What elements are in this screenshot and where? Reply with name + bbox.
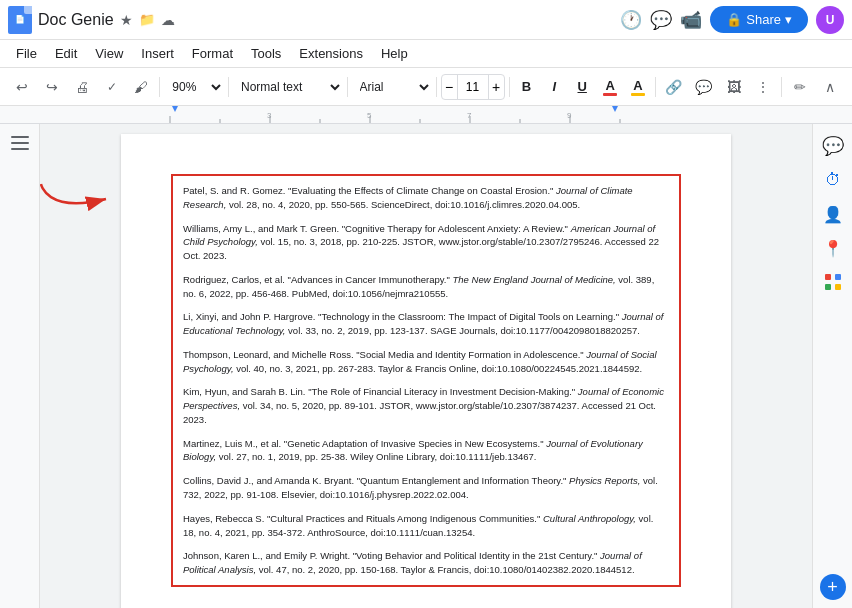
underline-button[interactable]: U (569, 74, 595, 100)
left-sidebar (0, 124, 40, 608)
menu-insert[interactable]: Insert (133, 44, 182, 63)
highlight-button[interactable]: A (625, 74, 651, 100)
menu-help[interactable]: Help (373, 44, 416, 63)
svg-rect-17 (11, 136, 29, 138)
citation-5-text: Thompson, Leonard, and Michelle Ross. "S… (183, 349, 657, 374)
main-area: Patel, S. and R. Gomez. "Evaluating the … (0, 124, 852, 608)
svg-rect-22 (835, 274, 841, 280)
undo-button[interactable]: ↩ (8, 73, 36, 101)
copy-format-button[interactable]: 🖌 (127, 73, 155, 101)
menu-view[interactable]: View (87, 44, 131, 63)
svg-text:9: 9 (567, 111, 572, 120)
redo-button[interactable]: ↪ (38, 73, 66, 101)
separator-7 (781, 77, 782, 97)
ruler: 3 5 7 9 (0, 106, 852, 124)
citation-3: Rodriguez, Carlos, et al. "Advances in C… (183, 273, 669, 301)
svg-rect-18 (11, 142, 29, 144)
citation-6-text: Kim, Hyun, and Sarah B. Lin. "The Role o… (183, 386, 664, 425)
separator-1 (159, 77, 160, 97)
lock-icon: 🔒 (726, 12, 742, 27)
zoom-select[interactable]: 90% 100% 75% (164, 73, 224, 101)
meet-icon[interactable]: 📹 (680, 9, 702, 31)
citation-7: Martinez, Luis M., et al. "Genetic Adapt… (183, 437, 669, 465)
citation-4: Li, Xinyi, and John P. Hargrove. "Techno… (183, 310, 669, 338)
citation-5: Thompson, Leonard, and Michelle Ross. "S… (183, 348, 669, 376)
comment-button[interactable]: 💬 (690, 73, 718, 101)
sidebar-history-icon[interactable]: ⏱ (819, 166, 847, 194)
citation-1: Patel, S. and R. Gomez. "Evaluating the … (183, 184, 669, 212)
star-icon[interactable]: ★ (120, 12, 133, 28)
citation-6: Kim, Hyun, and Sarah B. Lin. "The Role o… (183, 385, 669, 426)
separator-2 (228, 77, 229, 97)
more-button[interactable]: ⋮ (749, 73, 777, 101)
citation-2-text: Williams, Amy L., and Mark T. Green. "Co… (183, 223, 659, 262)
sidebar-chat-icon[interactable]: 💬 (819, 132, 847, 160)
citation-8-text: Collins, David J., and Amanda K. Bryant.… (183, 475, 658, 500)
font-size-decrease[interactable]: − (442, 74, 458, 100)
sidebar-add-button[interactable]: + (820, 574, 846, 600)
separator-4 (436, 77, 437, 97)
comment-icon[interactable]: 💬 (650, 9, 672, 31)
font-size-increase[interactable]: + (488, 74, 504, 100)
sidebar-account-icon[interactable]: 👤 (819, 200, 847, 228)
font-select[interactable]: Arial Times New Roman Verdana (352, 73, 432, 101)
menu-extensions[interactable]: Extensions (291, 44, 371, 63)
style-select[interactable]: Normal text Heading 1 Heading 2 (233, 73, 342, 101)
document-title[interactable]: Doc Genie (38, 11, 114, 29)
cloud-icon[interactable]: ☁ (161, 12, 175, 28)
pen-button[interactable]: ✏ (786, 73, 814, 101)
italic-button[interactable]: I (541, 74, 567, 100)
history-icon[interactable]: 🕐 (620, 9, 642, 31)
collapse-button[interactable]: ∧ (816, 73, 844, 101)
link-button[interactable]: 🔗 (660, 73, 688, 101)
left-sidebar-toggle[interactable] (7, 130, 33, 156)
menu-edit[interactable]: Edit (47, 44, 85, 63)
folder-icon[interactable]: 📁 (139, 12, 155, 27)
citation-box: Patel, S. and R. Gomez. "Evaluating the … (171, 174, 681, 587)
citation-10-text: Johnson, Karen L., and Emily P. Wright. … (183, 550, 642, 575)
sidebar-apps-icon[interactable] (819, 268, 847, 296)
svg-rect-19 (11, 148, 29, 150)
image-button[interactable]: 🖼 (720, 73, 748, 101)
menu-tools[interactable]: Tools (243, 44, 289, 63)
separator-3 (347, 77, 348, 97)
svg-text:7: 7 (467, 111, 472, 120)
citation-9-text: Hayes, Rebecca S. "Cultural Practices an… (183, 513, 653, 538)
title-bar: 📄 Doc Genie ★ 📁 ☁ 🕐 💬 📹 🔒 Share ▾ U (0, 0, 852, 40)
avatar[interactable]: U (816, 6, 844, 34)
toolbar: ↩ ↪ 🖨 ✓ 🖌 90% 100% 75% Normal text Headi… (0, 68, 852, 106)
share-label: Share (746, 12, 781, 27)
menu-bar: File Edit View Insert Format Tools Exten… (0, 40, 852, 68)
font-size-input[interactable] (458, 80, 488, 94)
citation-9: Hayes, Rebecca S. "Cultural Practices an… (183, 512, 669, 540)
title-bar-left: 📄 Doc Genie ★ 📁 ☁ (8, 6, 620, 34)
svg-rect-23 (825, 284, 831, 290)
document-area: Patel, S. and R. Gomez. "Evaluating the … (40, 124, 812, 608)
ruler-svg: 3 5 7 9 (0, 106, 852, 124)
share-dropdown-icon: ▾ (785, 12, 792, 27)
font-size-box: − + (441, 74, 505, 100)
title-bar-right: 🕐 💬 📹 🔒 Share ▾ U (620, 6, 844, 34)
svg-text:5: 5 (367, 111, 372, 120)
separator-6 (655, 77, 656, 97)
print-button[interactable]: 🖨 (68, 73, 96, 101)
title-icons: ★ 📁 ☁ (120, 12, 175, 28)
citation-7-text: Martinez, Luis M., et al. "Genetic Adapt… (183, 438, 643, 463)
menu-format[interactable]: Format (184, 44, 241, 63)
red-arrow (40, 179, 116, 219)
right-sidebar: 💬 ⏱ 👤 📍 + (812, 124, 852, 608)
svg-rect-24 (835, 284, 841, 290)
svg-rect-0 (0, 106, 852, 124)
bold-button[interactable]: B (514, 74, 540, 100)
spellcheck-button[interactable]: ✓ (98, 73, 126, 101)
citation-2: Williams, Amy L., and Mark T. Green. "Co… (183, 222, 669, 263)
menu-file[interactable]: File (8, 44, 45, 63)
citation-4-text: Li, Xinyi, and John P. Hargrove. "Techno… (183, 311, 663, 336)
share-button[interactable]: 🔒 Share ▾ (710, 6, 808, 33)
svg-text:3: 3 (267, 111, 272, 120)
document-page: Patel, S. and R. Gomez. "Evaluating the … (121, 134, 731, 608)
citation-10: Johnson, Karen L., and Emily P. Wright. … (183, 549, 669, 577)
sidebar-maps-icon[interactable]: 📍 (819, 234, 847, 262)
text-color-button[interactable]: A (597, 74, 623, 100)
citation-3-text: Rodriguez, Carlos, et al. "Advances in C… (183, 274, 654, 299)
